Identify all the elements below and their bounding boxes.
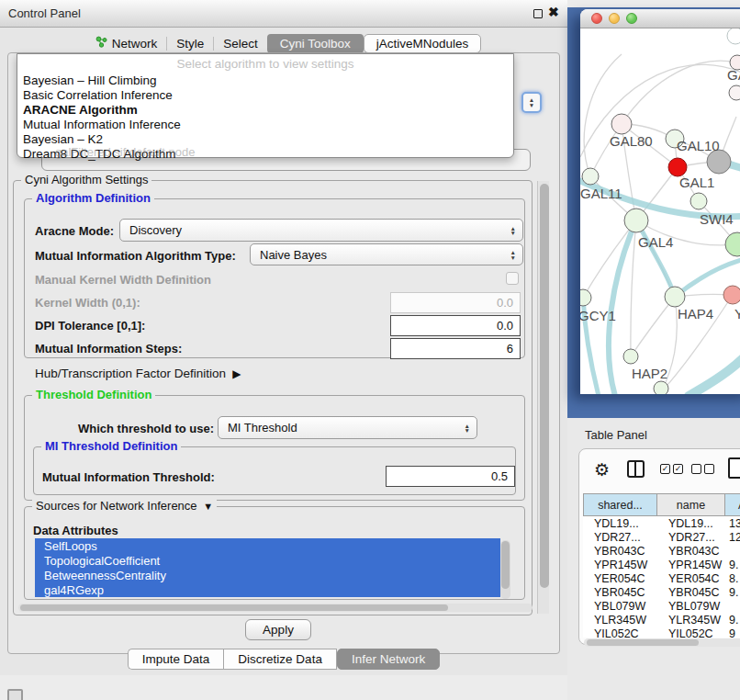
data-attributes-label: Data Attributes <box>33 524 118 537</box>
table-row[interactable]: YIL052CYIL052C9 <box>583 627 740 638</box>
tab-jactivemnodules[interactable]: jActiveMNodules <box>364 34 482 53</box>
node-gal80[interactable] <box>611 114 632 134</box>
svg-text:GCY1: GCY1 <box>580 308 616 323</box>
close-traffic-light[interactable] <box>591 13 602 24</box>
minimize-traffic-light[interactable] <box>609 13 620 24</box>
table-row[interactable]: YBL079WYBL079W <box>583 599 740 613</box>
table-horizontal-scrollbar-thumb[interactable] <box>587 639 699 646</box>
columns-icon[interactable] <box>627 460 645 478</box>
kernel-width-field[interactable]: 0.0 <box>390 292 521 313</box>
settings-vertical-scrollbar[interactable] <box>537 181 549 614</box>
mi-threshold-definition-legend: MI Threshold Definition <box>41 439 181 453</box>
settings-horizontal-scrollbar[interactable] <box>18 604 533 612</box>
tab-style[interactable]: Style <box>167 34 213 53</box>
tab-select[interactable]: Select <box>214 34 267 53</box>
which-threshold-combo[interactable]: MI Threshold ▲▼ <box>218 416 477 439</box>
dpi-tolerance-field[interactable]: 0.0 <box>390 315 521 336</box>
mi-algorithm-type-label: Mutual Information Algorithm Type: <box>35 249 236 263</box>
settings-vertical-scrollbar-thumb[interactable] <box>540 184 549 588</box>
node-gal4[interactable] <box>624 209 648 232</box>
select-all-columns-icon[interactable]: ✓ ✓ <box>660 464 683 474</box>
control-panel-titlebar: Control Panel ✖ <box>0 0 567 28</box>
attributes-scrollbar[interactable] <box>500 540 510 599</box>
algorithm-definition-legend: Algorithm Definition <box>32 191 154 205</box>
table-rows: YDL19...YDL19...13 YDR27...YDR27...12 YB… <box>583 516 740 638</box>
node-gal11[interactable] <box>582 168 599 185</box>
node[interactable] <box>654 381 668 394</box>
aracne-mode-label: Aracne Mode: <box>35 224 114 238</box>
svg-text:SWI4: SWI4 <box>700 211 734 227</box>
settings-horizontal-scrollbar-thumb[interactable] <box>20 604 448 611</box>
attribute-item[interactable]: gal4RGexp <box>35 582 500 597</box>
algorithm-option[interactable]: Basic Correlation Inference <box>23 88 173 102</box>
tab-network-label: Network <box>112 37 158 51</box>
table-row[interactable]: YDL19...YDL19...13 <box>583 516 740 530</box>
column-header-shared-name[interactable]: shared... <box>583 493 656 516</box>
node[interactable] <box>729 85 740 100</box>
tab-infer-network[interactable]: Infer Network <box>337 649 440 670</box>
node-hap2[interactable] <box>623 349 638 364</box>
node-gcy1[interactable] <box>580 289 591 306</box>
cyni-bottom-tabs: Impute Data Discretize Data Infer Networ… <box>0 649 567 670</box>
mi-steps-field[interactable]: 6 <box>390 338 521 359</box>
tab-discretize-data[interactable]: Discretize Data <box>223 649 337 670</box>
table-panel: Table Panel ⚙ ✓ ✓ shared... name A <box>567 418 740 700</box>
node-swi4[interactable] <box>690 193 707 209</box>
algorithm-option[interactable]: Mutual Information Inference <box>23 118 181 131</box>
table-row[interactable]: YER054CYER054C8. <box>583 571 740 585</box>
sources-legend[interactable]: Sources for Network Inference ▼ <box>32 499 217 513</box>
mi-algorithm-type-combo[interactable]: Naive Bayes ▲▼ <box>250 243 523 265</box>
stepper-arrows-icon: ▲▼ <box>529 97 534 107</box>
which-threshold-label: Which threshold to use: <box>78 422 214 435</box>
svg-text:GAL10: GAL10 <box>677 138 720 153</box>
gear-icon[interactable]: ⚙ <box>594 459 610 480</box>
stepper-arrows-icon: ▲▼ <box>510 250 516 260</box>
algorithm-option-selected[interactable]: ARACNE Algorithm <box>23 103 138 117</box>
table-row[interactable]: YPR145WYPR145W9. <box>583 558 740 571</box>
attributes-scrollbar-thumb[interactable] <box>501 541 510 589</box>
node-salmon[interactable] <box>723 286 740 304</box>
tab-network[interactable]: Network <box>86 33 167 53</box>
node-hap4[interactable] <box>665 287 685 307</box>
close-icon[interactable]: ✖ <box>548 5 559 19</box>
tab-impute-data[interactable]: Impute Data <box>128 649 224 670</box>
network-canvas[interactable]: GAL80 GAL10 GAL1 GAL11 SWI4 GAL4 GCY1 HA… <box>580 28 740 394</box>
attribute-item[interactable]: TopologicalCoefficient <box>35 553 500 568</box>
mi-threshold-field[interactable]: 0.5 <box>386 466 515 487</box>
column-header-name[interactable]: name <box>656 493 724 516</box>
network-view-window: GAL80 GAL10 GAL1 GAL11 SWI4 GAL4 GCY1 HA… <box>580 9 740 393</box>
manual-kernel-width-label: Manual Kernel Width Definition <box>35 273 211 287</box>
svg-text:Y: Y <box>734 306 740 322</box>
hub-definition-toggle[interactable]: Hub/Transcription Factor Definition ▶ <box>35 367 241 380</box>
node[interactable] <box>727 28 740 44</box>
mi-steps-label: Mutual Information Steps: <box>35 342 182 356</box>
table-toolbar: ⚙ ✓ ✓ <box>579 449 740 491</box>
algorithm-option[interactable]: Bayesian – K2 <box>23 132 103 146</box>
attribute-item[interactable]: BetweennessCentrality <box>35 568 500 582</box>
node-green[interactable] <box>725 232 740 256</box>
table-row[interactable]: YLR345WYLR345W9. <box>583 613 740 627</box>
float-window-icon[interactable] <box>533 9 543 18</box>
column-header-partial[interactable]: A <box>724 493 740 516</box>
stepper-arrows-icon: ▲▼ <box>510 225 516 235</box>
table-row[interactable]: YDR27...YDR27...12 <box>583 530 740 544</box>
table-row[interactable]: YBR043CYBR043C <box>583 544 740 558</box>
aracne-mode-combo[interactable]: Discovery ▲▼ <box>119 219 523 242</box>
apply-button[interactable]: Apply <box>245 619 311 640</box>
kernel-width-label: Kernel Width (0,1): <box>35 296 140 310</box>
svg-text:GAL80: GAL80 <box>610 133 653 149</box>
algorithm-combo-stepper[interactable]: ▲▼ <box>521 92 542 113</box>
table-horizontal-scrollbar[interactable] <box>584 638 740 647</box>
deselect-all-columns-icon[interactable] <box>691 464 714 474</box>
manual-kernel-width-checkbox[interactable] <box>506 272 519 285</box>
zoom-traffic-light[interactable] <box>626 13 637 24</box>
algorithm-option[interactable]: Bayesian – Hill Climbing <box>23 73 157 87</box>
tab-cyni-toolbox[interactable]: Cyni Toolbox <box>267 34 364 53</box>
node-gal1-selected[interactable] <box>668 158 687 176</box>
document-icon[interactable] <box>728 457 740 479</box>
corner-widget-icon[interactable] <box>7 689 23 700</box>
table-row[interactable]: YBR045CYBR045C9. <box>583 585 740 599</box>
attribute-item[interactable]: SelfLoops <box>35 538 500 553</box>
checked-checkbox-icon: ✓ <box>673 464 683 474</box>
settings-legend: Cyni Algorithm Settings <box>21 173 151 186</box>
